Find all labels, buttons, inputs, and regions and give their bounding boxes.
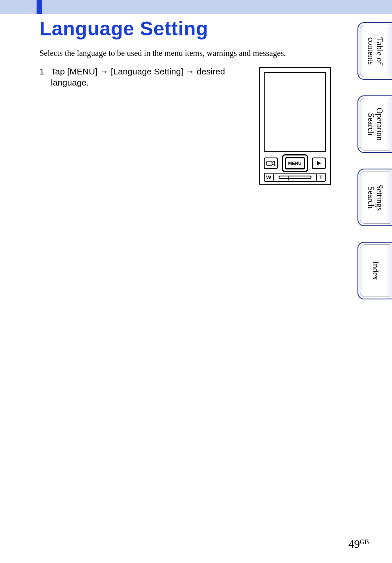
tab-line2: contents — [367, 37, 376, 65]
tab-line1: Operation — [375, 108, 384, 141]
tab-label: Operation Search — [367, 108, 384, 141]
step-text-1: Tap [MENU] — [51, 67, 100, 76]
tab-label: Index — [371, 261, 380, 280]
zoom-wide-label: W — [265, 174, 274, 181]
page-number: 49GB — [348, 538, 369, 551]
tab-table-of-contents[interactable]: Table of contents — [357, 22, 392, 80]
step-text: Tap [MENU] → [Language Setting] → desire… — [51, 66, 256, 88]
camera-icon — [266, 160, 275, 167]
tab-settings-search[interactable]: Settings Search — [357, 169, 392, 226]
tab-line1: Table of — [375, 37, 384, 65]
play-button — [312, 158, 326, 169]
svg-rect-0 — [267, 161, 272, 165]
step-number: 1 — [39, 66, 48, 77]
zoom-tele-label: T — [316, 174, 325, 181]
tab-label: Table of contents — [367, 37, 384, 65]
menu-button-wrap: MENU — [285, 157, 305, 169]
page-number-value: 49 — [348, 538, 360, 550]
page-region: GB — [360, 538, 369, 545]
side-tabs: Table of contents Operation Search Setti… — [347, 22, 392, 315]
arrow-icon: → — [186, 67, 194, 76]
zoom-bar: W T — [264, 173, 326, 182]
zoom-track — [274, 176, 316, 179]
tab-line1: Index — [371, 261, 380, 280]
step-text-2: [Language Setting] — [108, 67, 186, 76]
step-list: 1 Tap [MENU] → [Language Setting] → desi… — [39, 66, 257, 88]
tab-line2: Search — [367, 113, 376, 135]
intro-text: Selects the language to be used in the m… — [39, 49, 286, 58]
tab-line1: Settings — [375, 184, 384, 211]
device-illustration: MENU W T — [259, 67, 331, 185]
tab-label: Settings Search — [367, 184, 384, 211]
tab-index[interactable]: Index — [357, 242, 392, 299]
zoom-slider-icon — [279, 176, 311, 179]
device-button-row: MENU — [264, 157, 326, 169]
document-page: Language Setting Selects the language to… — [0, 0, 392, 563]
device-screen — [264, 72, 326, 152]
header-accent — [37, 0, 42, 14]
header-band — [0, 0, 392, 14]
page-title: Language Setting — [39, 17, 208, 40]
arrow-icon: → — [100, 67, 108, 76]
tab-line2: Search — [367, 186, 376, 209]
menu-button: MENU — [285, 157, 305, 169]
camera-off-button — [264, 158, 278, 169]
tab-operation-search[interactable]: Operation Search — [357, 95, 392, 153]
play-icon — [316, 160, 322, 166]
